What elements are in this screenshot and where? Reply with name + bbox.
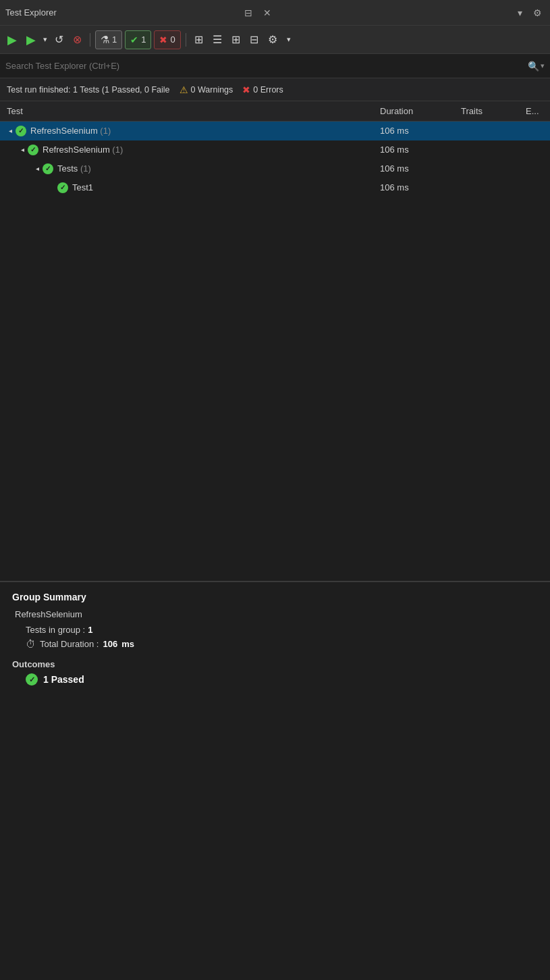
search-bar: 🔍 ▾	[0, 54, 550, 78]
total-duration-row: ⏱ Total Duration : 106 ms	[12, 638, 538, 650]
tree-label-1: RefreshSelenium (1)	[43, 145, 123, 155]
warnings-text: 0 Warnings	[191, 85, 233, 95]
total-duration-label: Total Duration :	[40, 639, 99, 649]
refresh-button[interactable]: ↺	[51, 31, 67, 48]
dropdown-arrow-icon[interactable]: ▾	[515, 6, 525, 20]
col-header-test[interactable]: Test	[0, 106, 375, 116]
total-duration-unit: ms	[121, 639, 134, 649]
tests-in-group-label: Tests in group :	[26, 625, 85, 635]
tree-row[interactable]: ✓ Test1 106 ms	[0, 178, 550, 197]
tests-in-group-count: 1	[88, 625, 92, 635]
search-dropdown-icon[interactable]: ▾	[541, 61, 545, 70]
outcome-passed-label: 1 Passed	[43, 674, 84, 685]
summary-group-name: RefreshSelenium	[12, 609, 538, 619]
collapse-arrow-2[interactable]: ◂	[32, 165, 42, 172]
col-header-traits[interactable]: Traits	[456, 106, 523, 116]
summary-panel: Group Summary RefreshSelenium Tests in g…	[0, 581, 550, 770]
tree-duration-1: 106 ms	[375, 145, 456, 155]
pass-icon-2: ✓	[42, 163, 54, 175]
collapse-button[interactable]: ⊟	[246, 31, 262, 48]
outcomes-title: Outcomes	[12, 659, 538, 669]
run-all-button[interactable]: ▶	[4, 30, 20, 49]
search-input[interactable]	[5, 61, 528, 71]
col-header-duration[interactable]: Duration	[375, 106, 456, 116]
fail-icon: ✖	[159, 34, 167, 45]
warnings-section: ⚠ 0 Warnings	[180, 84, 233, 95]
summary-title: Group Summary	[12, 592, 538, 602]
flask-count: 1	[112, 34, 117, 45]
group-button[interactable]: ⊞	[191, 31, 207, 48]
clock-icon: ⏱	[26, 638, 36, 650]
search-icon[interactable]: 🔍	[528, 61, 539, 72]
settings-gear-icon[interactable]: ⚙	[530, 6, 545, 20]
options-dropdown-button[interactable]: ▾	[283, 33, 294, 46]
test-tree: ◂ ✓ RefreshSelenium (1) 106 ms ◂ ✓ Refre…	[0, 122, 550, 581]
errors-text: 0 Errors	[253, 85, 283, 95]
flask-count-badge[interactable]: ⚗ 1	[95, 30, 122, 49]
close-icon[interactable]: ✕	[260, 6, 274, 20]
flask-icon: ⚗	[101, 34, 109, 46]
tree-label-0: RefreshSelenium (1)	[30, 126, 111, 136]
pass-icon-0: ✓	[15, 125, 27, 137]
error-icon: ✖	[242, 84, 250, 95]
passed-outcome-row: ✓ 1 Passed	[12, 673, 538, 686]
run-selected-button[interactable]: ▶	[23, 30, 39, 49]
col-header-e[interactable]: E...	[523, 106, 550, 116]
run-status-text: Test run finished: 1 Tests (1 Passed, 0 …	[7, 85, 170, 95]
tree-row[interactable]: ◂ ✓ Tests (1) 106 ms	[0, 159, 550, 178]
title-bar: Test Explorer ⊟ ✕ ▾ ⚙	[0, 0, 550, 26]
column-headers: Test Duration Traits E...	[0, 101, 550, 122]
pin-icon[interactable]: ⊟	[242, 6, 255, 20]
warning-icon: ⚠	[180, 84, 188, 95]
pass-count-badge[interactable]: ✔ 1	[125, 30, 151, 49]
cancel-button[interactable]: ⊗	[70, 31, 85, 48]
total-duration-value: 106	[103, 639, 117, 649]
fail-count: 0	[170, 34, 175, 45]
run-dropdown-button[interactable]: ▾	[42, 35, 49, 44]
toolbar: ▶ ▶ ▾ ↺ ⊗ ⚗ 1 ✔ 1 ✖ 0 ⊞ ☰ ⊞ ⊟ ⚙ ▾	[0, 26, 550, 54]
tree-duration-0: 106 ms	[375, 126, 456, 136]
collapse-arrow-0[interactable]: ◂	[5, 127, 15, 134]
title-bar-title: Test Explorer	[5, 7, 236, 18]
pass-icon-3: ✓	[57, 182, 69, 194]
collapse-arrow-1[interactable]: ◂	[18, 146, 27, 153]
toolbar-divider-1	[90, 33, 90, 47]
expand-button[interactable]: ⊞	[228, 31, 244, 48]
list-button[interactable]: ☰	[209, 31, 225, 48]
options-button[interactable]: ⚙	[265, 31, 281, 48]
tree-label-2: Tests (1)	[57, 163, 91, 174]
toolbar-divider-2	[186, 33, 186, 47]
outcome-pass-icon: ✓	[26, 673, 38, 686]
tree-duration-3: 106 ms	[375, 182, 456, 192]
tree-row[interactable]: ◂ ✓ RefreshSelenium (1) 106 ms	[0, 140, 550, 159]
fail-count-badge[interactable]: ✖ 0	[154, 30, 180, 49]
tests-in-group-row: Tests in group : 1	[12, 625, 538, 635]
status-bar: Test run finished: 1 Tests (1 Passed, 0 …	[0, 78, 550, 101]
pass-icon: ✔	[130, 34, 138, 45]
pass-icon-1: ✓	[27, 144, 39, 156]
tree-duration-2: 106 ms	[375, 163, 456, 174]
pass-count: 1	[141, 34, 146, 45]
tree-row[interactable]: ◂ ✓ RefreshSelenium (1) 106 ms	[0, 122, 550, 140]
tree-label-3: Test1	[72, 182, 93, 192]
errors-section: ✖ 0 Errors	[242, 84, 283, 95]
